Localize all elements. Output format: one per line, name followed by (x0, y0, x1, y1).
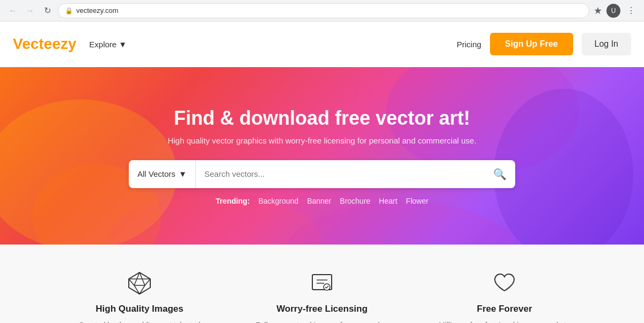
explore-label: Explore (89, 40, 116, 49)
feature-licensing-desc: Fully guaranteed images for personal or … (252, 320, 392, 323)
reload-button[interactable]: ↻ (41, 4, 54, 17)
feature-licensing: Worry-free Licensing Fully guaranteed im… (252, 270, 392, 323)
feature-free-title: Free Forever (477, 304, 532, 314)
header-right: Pricing Sign Up Free Log In (457, 33, 631, 55)
site-header: Vecteezy Explore ▼ Pricing Sign Up Free … (0, 21, 644, 67)
feature-free: Free Forever Millions of professional im… (435, 270, 574, 323)
address-bar[interactable]: 🔒 vecteezy.com (58, 3, 589, 18)
hero-section: Find & download free vector art! High qu… (0, 67, 644, 245)
feature-quality-title: High Quality Images (96, 304, 183, 314)
heart-icon (492, 270, 517, 296)
feature-quality-desc: Created by the world's most talented des… (70, 320, 209, 323)
hero-bg-svg (0, 67, 644, 245)
trending-heart[interactable]: Heart (379, 197, 397, 205)
trending-section: Trending: Background Banner Brochure Hea… (216, 197, 429, 205)
forward-button[interactable]: → (24, 4, 36, 17)
search-category-button[interactable]: All Vectors ▼ (129, 160, 196, 188)
search-icon: 🔍 (493, 168, 507, 180)
bookmark-button[interactable]: ★ (594, 5, 602, 17)
trending-background[interactable]: Background (258, 197, 298, 205)
search-input[interactable] (196, 160, 485, 188)
logo[interactable]: Vecteezy (13, 35, 76, 53)
signup-button[interactable]: Sign Up Free (490, 33, 573, 55)
lock-icon: 🔒 (65, 7, 73, 15)
hero-title: Find & download free vector art! (174, 107, 470, 130)
menu-button[interactable]: ⋮ (625, 4, 638, 17)
trending-label: Trending: (216, 197, 250, 205)
user-avatar[interactable]: U (606, 4, 620, 18)
category-chevron-icon: ▼ (179, 169, 187, 178)
license-icon (309, 270, 335, 296)
browser-chrome: ← → ↻ 🔒 vecteezy.com ★ U ⋮ (0, 0, 644, 21)
feature-licensing-title: Worry-free Licensing (276, 304, 368, 314)
diamond-icon (127, 270, 152, 296)
pricing-link[interactable]: Pricing (457, 40, 481, 49)
trending-flower[interactable]: Flower (406, 197, 428, 205)
back-button[interactable]: ← (6, 4, 19, 17)
explore-chevron-icon: ▼ (119, 40, 127, 49)
search-button[interactable]: 🔍 (485, 168, 515, 181)
explore-menu-button[interactable]: Explore ▼ (89, 40, 127, 49)
features-section: High Quality Images Created by the world… (0, 245, 644, 323)
login-button[interactable]: Log In (582, 33, 631, 55)
trending-banner[interactable]: Banner (307, 197, 331, 205)
trending-brochure[interactable]: Brochure (340, 197, 370, 205)
svg-point-5 (284, 202, 521, 245)
feature-quality: High Quality Images Created by the world… (70, 270, 209, 323)
url-text: vecteezy.com (76, 6, 119, 15)
hero-subtitle: High quality vector graphics with worry-… (167, 136, 476, 145)
search-category-label: All Vectors (137, 169, 175, 178)
search-bar: All Vectors ▼ 🔍 (129, 160, 515, 188)
feature-free-desc: Millions of professional images ready to… (435, 320, 574, 323)
